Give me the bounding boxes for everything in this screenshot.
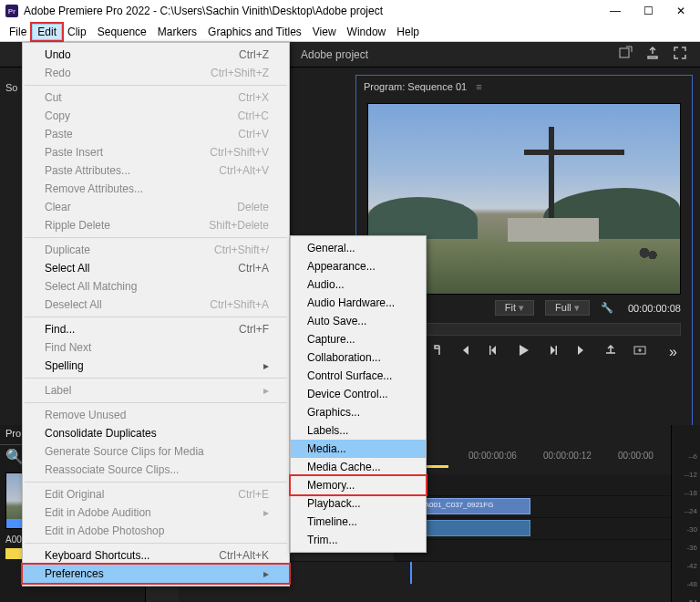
edit-menu-label: Label▸ <box>23 381 289 400</box>
menu-view[interactable]: View <box>307 24 342 40</box>
fit-dropdown[interactable]: Fit ▾ <box>495 300 534 316</box>
svg-rect-0 <box>620 48 629 57</box>
pref-labels[interactable]: Labels... <box>291 421 426 440</box>
edit-menu-generate-source-clips-for-media: Generate Source Clips for Media <box>23 442 289 461</box>
more-buttons-icon[interactable]: » <box>669 344 678 360</box>
edit-menu-paste: PasteCtrl+V <box>23 125 289 143</box>
pref-audio-hardware[interactable]: Audio Hardware... <box>291 294 426 312</box>
edit-menu-find-next: Find Next <box>23 338 289 357</box>
meter-label: -54 <box>672 598 700 602</box>
meter-label: -42 <box>672 562 700 580</box>
app-icon: Pr <box>5 5 18 17</box>
mark-out-icon[interactable] <box>428 343 443 361</box>
resolution-dropdown[interactable]: Full ▾ <box>545 300 590 316</box>
edit-menu-select-all[interactable]: Select AllCtrl+A <box>23 259 289 277</box>
svg-rect-2 <box>556 346 558 355</box>
edit-menu-cut: CutCtrl+X <box>23 88 289 107</box>
program-title: Program: Sequence 01 <box>364 81 467 92</box>
pref-timeline[interactable]: Timeline... <box>291 513 426 531</box>
edit-menu-dropdown: UndoCtrl+ZRedoCtrl+Shift+ZCutCtrl+XCopyC… <box>22 42 290 586</box>
pref-media[interactable]: Media... <box>291 440 426 458</box>
new-workspace-icon[interactable] <box>618 46 633 63</box>
edit-menu-clear: ClearDelete <box>23 198 289 216</box>
step-forward-icon[interactable] <box>545 343 560 361</box>
menu-file[interactable]: File <box>4 24 32 40</box>
edit-menu-keyboard-shortcuts[interactable]: Keyboard Shortcuts...Ctrl+Alt+K <box>23 546 289 565</box>
video-clip[interactable]: 📽 A001_C037_0921FG <box>412 498 530 514</box>
menu-window[interactable]: Window <box>342 24 392 40</box>
edit-menu-redo: RedoCtrl+Shift+Z <box>23 64 289 82</box>
play-icon[interactable] <box>516 343 530 361</box>
program-menu-icon[interactable]: ≡ <box>476 81 481 92</box>
ruler-tick: 00:00:00:06 <box>468 451 543 467</box>
source-panel-label: So <box>5 82 17 93</box>
meter-label: --24 <box>672 507 700 525</box>
edit-menu-duplicate: DuplicateCtrl+Shift+/ <box>23 241 289 259</box>
go-to-in-icon[interactable] <box>458 343 472 361</box>
edit-menu-spelling[interactable]: Spelling▸ <box>23 357 289 375</box>
pref-media-cache[interactable]: Media Cache... <box>291 458 426 476</box>
edit-menu-deselect-all: Deselect AllCtrl+Shift+A <box>23 296 289 314</box>
lift-icon[interactable] <box>603 343 618 361</box>
meter-label: -36 <box>672 544 700 562</box>
pref-general[interactable]: General... <box>291 239 426 257</box>
workspace-project-name[interactable]: Adobe project <box>301 48 368 61</box>
meter-label: --6 <box>672 452 700 471</box>
menu-help[interactable]: Help <box>391 24 425 40</box>
edit-menu-reassociate-source-clips: Reassociate Source Clips... <box>23 461 289 479</box>
meter-label: --18 <box>672 489 700 507</box>
program-timecode-right: 00:00:00:08 <box>628 303 681 314</box>
edit-menu-ripple-delete: Ripple DeleteShift+Delete <box>23 216 289 234</box>
menu-sequence[interactable]: Sequence <box>92 24 152 40</box>
pref-trim[interactable]: Trim... <box>291 531 426 549</box>
audio-clip[interactable] <box>412 520 530 536</box>
pref-capture[interactable]: Capture... <box>291 330 426 348</box>
menubar: FileEditClipSequenceMarkersGraphics and … <box>0 22 700 42</box>
settings-icon[interactable]: 🔧 <box>601 302 613 314</box>
edit-menu-paste-insert: Paste InsertCtrl+Shift+V <box>23 143 289 161</box>
ruler-tick: 00:00:00:12 <box>543 451 618 467</box>
edit-menu-remove-attributes: Remove Attributes... <box>23 180 289 198</box>
edit-menu-preferences[interactable]: Preferences▸ <box>23 565 289 583</box>
pref-control-surface[interactable]: Control Surface... <box>291 367 426 385</box>
edit-menu-edit-in-adobe-photoshop: Edit in Adobe Photoshop <box>23 522 289 540</box>
edit-menu-edit-original: Edit OriginalCtrl+E <box>23 485 289 503</box>
pref-memory[interactable]: Memory... <box>291 476 426 494</box>
svg-rect-1 <box>489 346 491 355</box>
edit-menu-find[interactable]: Find...Ctrl+F <box>23 320 289 338</box>
pref-device-control[interactable]: Device Control... <box>291 385 426 403</box>
pref-collaboration[interactable]: Collaboration... <box>291 348 426 367</box>
meter-label: --12 <box>672 471 700 489</box>
maximize-button[interactable]: ☐ <box>642 5 654 17</box>
preferences-submenu: General...Appearance...Audio...Audio Har… <box>290 235 427 553</box>
menu-edit[interactable]: Edit <box>32 24 62 40</box>
pref-playback[interactable]: Playback... <box>291 494 426 513</box>
meter-label: -48 <box>672 580 700 598</box>
window-title: Adobe Premiere Pro 2022 - C:\Users\Sachi… <box>24 5 383 17</box>
menu-graphics-and-titles[interactable]: Graphics and Titles <box>202 24 307 40</box>
pref-audio[interactable]: Audio... <box>291 275 426 294</box>
edit-menu-edit-in-adobe-audition: Edit in Adobe Audition▸ <box>23 503 289 522</box>
edit-menu-undo[interactable]: UndoCtrl+Z <box>23 46 289 64</box>
close-button[interactable]: ✕ <box>674 5 687 17</box>
titlebar: Pr Adobe Premiere Pro 2022 - C:\Users\Sa… <box>0 0 700 22</box>
edit-menu-paste-attributes: Paste Attributes...Ctrl+Alt+V <box>23 161 289 180</box>
pref-graphics[interactable]: Graphics... <box>291 403 426 421</box>
edit-menu-copy: CopyCtrl+C <box>23 107 289 125</box>
export-frame-icon[interactable] <box>633 343 647 361</box>
edit-menu-consolidate-duplicates[interactable]: Consolidate Duplicates <box>23 424 289 442</box>
meter-label: -30 <box>672 525 700 544</box>
fullscreen-icon[interactable] <box>673 46 687 63</box>
edit-menu-remove-unused: Remove Unused <box>23 406 289 424</box>
pref-auto-save[interactable]: Auto Save... <box>291 312 426 330</box>
go-to-out-icon[interactable] <box>574 343 589 361</box>
edit-menu-select-all-matching: Select All Matching <box>23 277 289 296</box>
minimize-button[interactable]: — <box>609 5 622 17</box>
search-icon[interactable]: 🔍 <box>5 448 24 465</box>
step-back-icon[interactable] <box>487 343 501 361</box>
menu-markers[interactable]: Markers <box>152 24 202 40</box>
export-icon[interactable] <box>645 46 660 63</box>
audio-meters: --6--12--18--24-30-36-42-48-54 <box>671 425 700 602</box>
pref-appearance[interactable]: Appearance... <box>291 257 426 275</box>
menu-clip[interactable]: Clip <box>62 24 92 40</box>
